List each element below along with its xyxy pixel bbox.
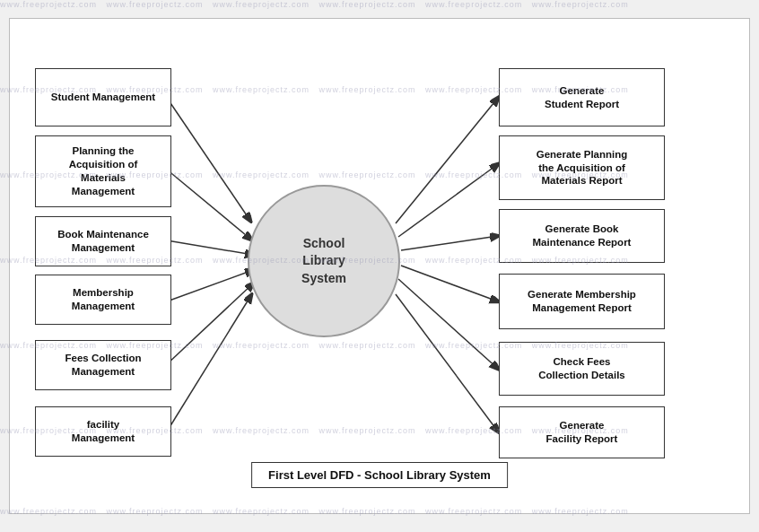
svg-line-2 — [167, 240, 253, 255]
generate-book-report-box: Generate BookMaintenance Report — [499, 209, 665, 263]
generate-planning-report-box: Generate Planningthe Acquisition ofMater… — [499, 135, 665, 200]
svg-line-4 — [167, 283, 253, 364]
footer-label: First Level DFD - School Library System — [251, 462, 508, 488]
svg-line-3 — [167, 270, 253, 301]
svg-line-1 — [167, 170, 251, 240]
watermark-top: www.freeprojectz.com www.freeprojectz.co… — [0, 0, 759, 9]
planning-acquisition-box: Planning theAcquisition ofMaterialsManag… — [35, 135, 171, 207]
svg-line-10 — [398, 279, 498, 369]
diagram-area: Student Management Planning theAcquisiti… — [9, 18, 750, 514]
facility-management-box: facilityManagement — [35, 406, 171, 457]
check-fees-box: Check FeesCollection Details — [499, 342, 665, 396]
svg-line-7 — [398, 164, 498, 237]
center-circle: SchoolLibrarySystem — [248, 185, 400, 337]
svg-line-8 — [401, 236, 498, 250]
generate-student-report-box: GenerateStudent Report — [499, 68, 665, 126]
main-container: www.freeprojectz.com www.freeprojectz.co… — [0, 0, 759, 532]
membership-management-box: MembershipManagement — [35, 275, 171, 325]
student-management-box: Student Management — [35, 68, 171, 126]
generate-facility-report-box: GenerateFacility Report — [499, 406, 665, 458]
fees-collection-box: Fees CollectionManagement — [35, 340, 171, 390]
book-maintenance-box: Book MaintenanceManagement — [35, 216, 171, 266]
svg-line-5 — [167, 295, 251, 432]
svg-line-9 — [401, 266, 498, 301]
svg-line-11 — [396, 294, 498, 432]
generate-membership-report-box: Generate MembershipManagement Report — [499, 274, 665, 329]
svg-line-0 — [167, 98, 250, 221]
svg-line-6 — [396, 98, 498, 223]
